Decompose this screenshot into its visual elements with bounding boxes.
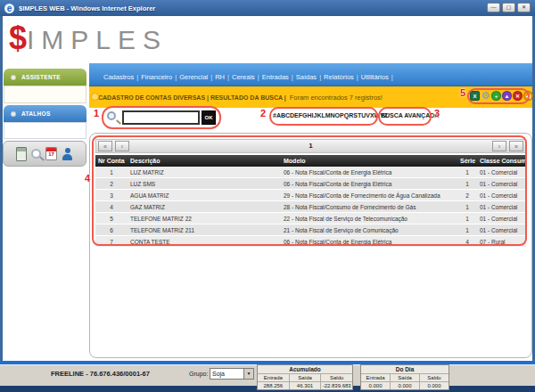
annotation-box-icons [467,88,530,104]
app-logo: $IMPLES [9,20,168,57]
menu-item-financeiro[interactable]: Financeiro [141,73,172,81]
acumulado-title: Acumulado [258,365,352,374]
company-label: FREELINE - 76.676.436/0001-67 [51,370,150,378]
assistente-label: ASSISTENTE [21,74,61,80]
menu-separator: | [391,73,393,81]
acumulado-col-saida: Saída [289,374,321,382]
acumulado-saldo-value: -22.839.683 [320,382,352,389]
menu-item-utilitários[interactable]: Utilitários [361,73,389,81]
menu-item-gerencial[interactable]: Gerencial [179,73,208,81]
banner-message: Foram encontrados 7 registros! [290,94,383,102]
do-dia-saida-value: 0.000 [390,382,419,389]
menu-item-saídas[interactable]: Saídas [296,73,317,81]
annotation-number-1: 1 [94,108,99,118]
annotation-number-5: 5 [460,87,465,98]
logo-dollar-symbol: $ [9,20,27,56]
menu-separator: | [258,73,259,81]
bullet-icon [11,111,16,117]
menu-separator: | [292,73,293,81]
chevron-down-icon[interactable]: ▼ [243,369,253,379]
banner-bullet-icon [91,93,99,101]
sidebar-item-atalhos[interactable]: ATALHOS [4,105,86,122]
group-dropdown[interactable]: Soja ▼ [210,368,254,380]
annotation-number-2: 2 [260,108,266,118]
window-frame-left [0,16,3,386]
atalhos-label: ATALHOS [21,110,51,117]
assistente-panel [4,86,86,103]
menu-separator: | [319,73,321,81]
annotation-number-3: 3 [434,108,440,118]
minimize-button[interactable]: — [487,3,500,12]
do-dia-col-saldo: Saldo [419,374,449,382]
menu-separator: | [136,73,138,81]
atalhos-panel [4,122,86,139]
calendar-icon[interactable]: 17 [45,147,57,160]
annotation-box-advanced [378,107,432,126]
internet-explorer-icon: e [4,4,14,13]
menu-separator: | [210,73,212,81]
group-label: Grupo: [189,371,208,377]
result-banner: CADASTRO DE CONTAS DIVERSAS | RESULTADO … [89,86,532,108]
do-dia-title: Do Dia [361,365,449,374]
annotation-box-table [92,135,527,246]
menu-item-cereais[interactable]: Cereais [232,73,255,81]
title-bar[interactable]: e $IMPLES WEB - Windows Internet Explore… [0,0,535,16]
menu-item-entradas[interactable]: Entradas [262,73,289,81]
menu-item-rh[interactable]: RH [215,73,225,81]
do-dia-col-entrada: Entrada [361,374,390,382]
menu-separator: | [227,73,229,81]
maximize-button[interactable]: ▢ [502,3,515,12]
acumulado-saida-value: 46.301 [289,382,321,389]
do-dia-entrada-value: 0.000 [361,382,390,389]
banner-title: CADASTRO DE CONTAS DIVERSAS | RESULTADO … [98,94,286,101]
sidebar-icon-tray: 17 [3,141,86,167]
menu-bar-items: Cadastros|Financeiro|Gerencial|RH|Cereai… [103,67,396,83]
menu-separator: | [357,73,358,81]
do-dia-table: Do Dia Entrada Saída Saldo 0.000 0.000 0… [360,364,449,390]
user-icon[interactable] [62,147,73,161]
annotation-box-alphabet [269,107,378,126]
acumulado-col-entrada: Entrada [258,374,289,382]
do-dia-saldo-value: 0.000 [419,382,449,389]
do-dia-col-saida: Saída [390,374,419,382]
menu-bar: Cadastros|Financeiro|Gerencial|RH|Cereai… [89,63,532,86]
acumulado-entrada-value: 288.256 [258,382,289,389]
browser-window: e $IMPLES WEB - Windows Internet Explore… [0,0,535,392]
logo-text: IMPLES [27,25,168,54]
menu-item-relatórios[interactable]: Relatórios [324,73,354,81]
search-icon[interactable] [31,149,41,159]
menu-separator: | [175,73,177,81]
menu-item-cadastros[interactable]: Cadastros [103,73,134,81]
acumulado-table: Acumulado Entrada Saída Saldo 288.256 46… [257,364,353,390]
annotation-box-search [102,106,221,129]
close-button[interactable]: ✕ [517,3,531,12]
calculator-icon[interactable] [16,147,27,161]
acumulado-col-saldo: Saldo [320,374,352,382]
group-selected-value: Soja [212,371,225,377]
bullet-icon [11,75,16,80]
sidebar-item-assistente[interactable]: ASSISTENTE [4,69,86,86]
annotation-number-4: 4 [85,173,90,184]
window-title: $IMPLES WEB - Windows Internet Explorer [19,4,155,12]
